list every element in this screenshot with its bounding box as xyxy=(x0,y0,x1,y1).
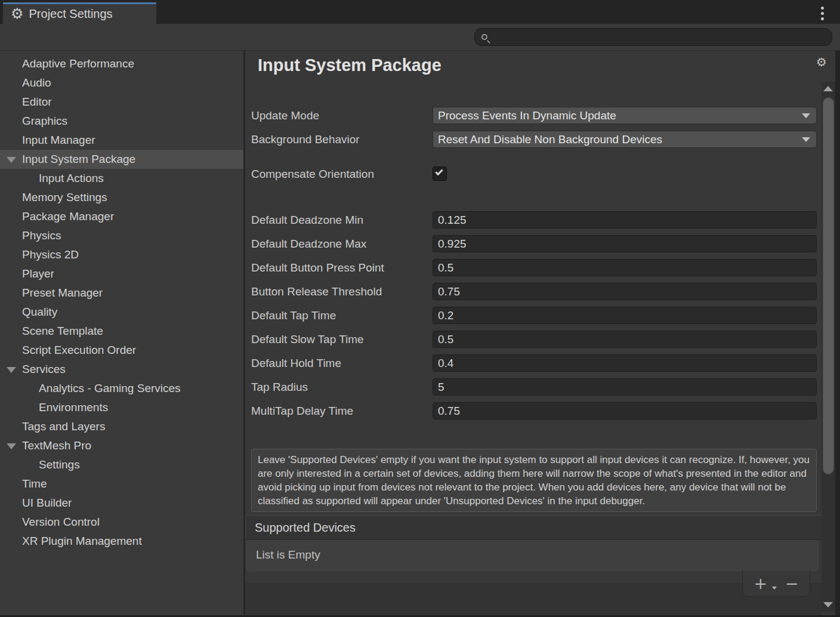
background-behavior-dropdown[interactable]: Reset And Disable Non Background Devices xyxy=(433,131,817,148)
sidebar-item-label: Tags and Layers xyxy=(22,420,105,433)
tab-project-settings[interactable]: ⚙ Project Settings xyxy=(3,2,156,24)
sidebar-item-time[interactable]: Time xyxy=(0,474,243,493)
form-row-multitap-delay-time: MultiTap Delay Time0.75 xyxy=(251,402,817,419)
sidebar-item-label: Adaptive Performance xyxy=(22,57,134,70)
sidebar-item-label: Preset Manager xyxy=(22,286,103,300)
default-button-press-point-field[interactable]: 0.5 xyxy=(433,259,817,276)
sidebar-item-version-control[interactable]: Version Control xyxy=(0,513,243,532)
default-slow-tap-time-field[interactable]: 0.5 xyxy=(433,331,817,348)
scroll-down-arrow-icon[interactable] xyxy=(823,602,833,607)
scrollbar[interactable] xyxy=(822,82,835,612)
project-settings-window: ⚙ Project Settings Adaptive PerformanceA… xyxy=(0,0,840,617)
dropdown-selected-value: Process Events In Dynamic Update xyxy=(433,107,816,124)
kebab-menu-icon[interactable] xyxy=(821,7,824,20)
foldout-open-triangle-icon[interactable] xyxy=(7,443,16,449)
sidebar-item-environments[interactable]: Environments xyxy=(0,398,243,417)
sidebar-item-player[interactable]: Player xyxy=(0,264,243,283)
toolbar xyxy=(0,24,840,51)
remove-device-button[interactable]: − xyxy=(785,575,799,591)
sidebar-item-adaptive-performance[interactable]: Adaptive Performance xyxy=(0,54,243,73)
default-hold-time-field[interactable]: 0.4 xyxy=(433,354,817,372)
sidebar-item-ui-builder[interactable]: UI Builder xyxy=(0,493,243,513)
field-label: Default Deadzone Min xyxy=(251,211,433,229)
sidebar-item-editor[interactable]: Editor xyxy=(0,92,243,112)
panel-bottom-strip xyxy=(245,583,822,615)
scrollbar-thumb[interactable] xyxy=(823,97,834,474)
sidebar-item-scene-template[interactable]: Scene Template xyxy=(0,322,243,341)
sidebar-item-analytics-gaming-services[interactable]: Analytics - Gaming Services xyxy=(0,379,243,398)
sidebar-item-script-execution-order[interactable]: Script Execution Order xyxy=(0,341,243,360)
list-footer: + − xyxy=(742,570,810,597)
sidebar-item-services[interactable]: Services xyxy=(0,360,243,379)
multitap-delay-time-field[interactable]: 0.75 xyxy=(433,402,817,419)
search-icon xyxy=(481,34,487,40)
sidebar-item-label: Memory Settings xyxy=(22,191,107,204)
sidebar-item-input-system-package[interactable]: Input System Package xyxy=(0,150,243,169)
update-mode-dropdown[interactable]: Process Events In Dynamic Update xyxy=(433,107,817,124)
sidebar-item-label: Version Control xyxy=(22,516,100,529)
search-input[interactable] xyxy=(492,30,832,44)
sidebar-item-label: Input Manager xyxy=(22,134,95,147)
sidebar-item-label: Services xyxy=(22,363,66,376)
sidebar-item-settings[interactable]: Settings xyxy=(0,455,243,474)
supported-devices-header[interactable]: Supported Devices xyxy=(245,515,822,540)
sidebar-item-label: TextMesh Pro xyxy=(22,439,91,452)
field-label: Update Mode xyxy=(251,107,433,124)
field-label: Default Hold Time xyxy=(251,354,433,372)
sidebar-item-tags-and-layers[interactable]: Tags and Layers xyxy=(0,417,243,436)
gear-icon: ⚙ xyxy=(11,7,24,21)
panel-header: Input System Package ⚙ xyxy=(245,51,840,107)
foldout-open-triangle-icon[interactable] xyxy=(7,367,16,373)
add-device-button[interactable]: + xyxy=(753,575,767,591)
chevron-down-icon xyxy=(802,137,810,142)
sidebar-item-textmesh-pro[interactable]: TextMesh Pro xyxy=(0,436,243,455)
form-row-default-button-press-point: Default Button Press Point0.5 xyxy=(251,259,817,276)
sidebar-item-label: Scene Template xyxy=(22,325,103,338)
sidebar-item-quality[interactable]: Quality xyxy=(0,303,243,322)
field-label: Background Behavior xyxy=(251,131,433,148)
sidebar-item-label: UI Builder xyxy=(22,496,72,510)
sidebar-item-preset-manager[interactable]: Preset Manager xyxy=(0,283,243,303)
settings-sidebar: Adaptive PerformanceAudioEditorGraphicsI… xyxy=(0,51,245,615)
content-area: Adaptive PerformanceAudioEditorGraphicsI… xyxy=(0,51,840,615)
sidebar-item-physics[interactable]: Physics xyxy=(0,226,243,245)
sidebar-item-label: Input Actions xyxy=(39,172,104,185)
scroll-up-arrow-icon[interactable] xyxy=(823,86,833,91)
field-label: Tap Radius xyxy=(251,378,433,396)
field-label: Default Button Press Point xyxy=(251,259,433,276)
sidebar-item-memory-settings[interactable]: Memory Settings xyxy=(0,188,243,207)
sidebar-item-label: Player xyxy=(22,267,54,280)
sidebar-item-label: Script Execution Order xyxy=(22,344,136,357)
form-row-background-behavior: Background BehaviorReset And Disable Non… xyxy=(251,131,817,148)
default-tap-time-field[interactable]: 0.2 xyxy=(433,307,817,324)
form-row-button-release-threshold: Button Release Threshold0.75 xyxy=(251,283,817,300)
field-label: Button Release Threshold xyxy=(251,283,433,300)
tap-radius-field[interactable]: 5 xyxy=(433,378,817,396)
sidebar-item-input-actions[interactable]: Input Actions xyxy=(0,169,243,188)
page-title: Input System Package xyxy=(258,55,441,75)
add-device-dropdown-caret-icon xyxy=(772,587,777,590)
sidebar-item-label: Input System Package xyxy=(22,153,135,166)
preset-gear-icon[interactable]: ⚙ xyxy=(816,56,827,68)
sidebar-item-physics-2d[interactable]: Physics 2D xyxy=(0,245,243,264)
sidebar-item-xr-plugin-management[interactable]: XR Plugin Management xyxy=(0,532,243,551)
default-deadzone-max-field[interactable]: 0.925 xyxy=(433,235,817,252)
compensate-orientation-checkbox[interactable] xyxy=(433,166,447,181)
search-bar[interactable] xyxy=(474,28,832,46)
foldout-open-triangle-icon[interactable] xyxy=(7,157,16,163)
sidebar-item-label: Quality xyxy=(22,306,57,319)
chevron-down-icon xyxy=(802,113,810,118)
sidebar-item-graphics[interactable]: Graphics xyxy=(0,112,243,131)
field-label: Default Slow Tap Time xyxy=(251,331,433,348)
default-deadzone-min-field[interactable]: 0.125 xyxy=(433,211,817,229)
button-release-threshold-field[interactable]: 0.75 xyxy=(433,283,817,300)
list-empty-label: List is Empty xyxy=(256,548,320,561)
sidebar-item-label: Environments xyxy=(39,401,108,414)
sidebar-item-label: Physics xyxy=(22,229,61,242)
sidebar-item-label: Time xyxy=(22,477,47,490)
settings-form: Update ModeProcess Events In Dynamic Upd… xyxy=(245,107,840,512)
sidebar-item-package-manager[interactable]: Package Manager xyxy=(0,207,243,226)
sidebar-item-label: Graphics xyxy=(22,115,67,128)
sidebar-item-audio[interactable]: Audio xyxy=(0,73,243,92)
sidebar-item-input-manager[interactable]: Input Manager xyxy=(0,131,243,150)
